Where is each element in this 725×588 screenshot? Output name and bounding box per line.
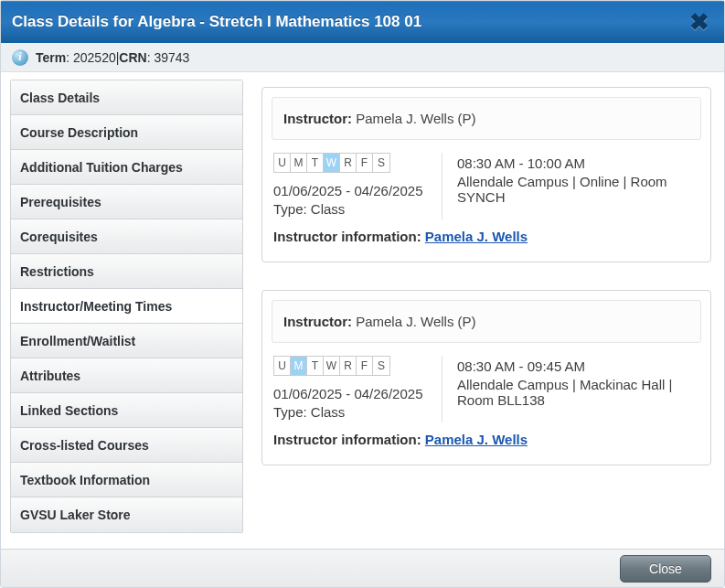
instructor-name: Pamela J. Wells (P) [352,314,476,329]
dialog-footer: Close [1,549,724,587]
crn-label: CRN [119,50,146,65]
time-range: 08:30 AM - 10:00 AM [457,155,699,171]
day-cell: U [274,154,291,172]
meeting-panel: Instructor: Pamela J. Wells (P)UMTWRFS01… [261,87,711,262]
meeting-left-col: UMTWRFS01/06/2025 - 04/26/2025Type: Clas… [273,153,427,219]
day-cell: F [357,357,373,375]
days-of-week: UMTWRFS [273,153,390,173]
meeting-body: UMTWRFS01/06/2025 - 04/26/2025Type: Clas… [262,140,710,262]
day-cell: R [340,357,357,375]
sidebar-item[interactable]: Restrictions [11,254,242,289]
sidebar-item[interactable]: Cross-listed Courses [11,428,242,463]
term-crn-bar: i Term: 202520 | CRN: 39743 [1,43,724,72]
meeting-type: Type: Class [273,404,427,420]
content-area: Instructor: Pamela J. Wells (P)UMTWRFS01… [261,80,715,549]
day-cell: F [357,154,373,172]
sidebar-item[interactable]: Enrollment/Waitlist [11,324,242,358]
titlebar: Class Details for Algebra - Stretch I Ma… [1,1,724,43]
class-details-dialog: Class Details for Algebra - Stretch I Ma… [0,0,725,588]
sidebar-item[interactable]: Prerequisites [11,185,242,219]
term-value: 202520 [73,50,116,65]
meeting-body: UMTWRFS01/06/2025 - 04/26/2025Type: Clas… [262,343,710,465]
day-cell: W [324,154,340,172]
sidebar-item[interactable]: Corequisites [11,219,242,254]
sidebar-item[interactable]: Additional Tuition Charges [11,150,242,185]
term-label: Term [36,50,66,65]
days-of-week: UMTWRFS [273,356,390,376]
sidebar: Class DetailsCourse DescriptionAdditiona… [10,80,243,533]
body-area: Class DetailsCourse DescriptionAdditiona… [1,72,724,549]
instructor-info-label: Instructor information: [273,229,425,244]
close-button[interactable]: Close [620,555,711,583]
day-cell: M [291,154,307,172]
meeting-right-col: 08:30 AM - 09:45 AMAllendale Campus | Ma… [442,356,699,422]
day-cell: S [373,154,389,172]
meeting-header: Instructor: Pamela J. Wells (P) [272,300,701,343]
location: Allendale Campus | Mackinac Hall | Room … [457,377,699,408]
close-icon[interactable]: ✖ [686,8,713,37]
sidebar-item[interactable]: Linked Sections [11,393,242,428]
day-cell: R [340,154,357,172]
day-cell: U [274,357,291,375]
sidebar-item[interactable]: Instructor/Meeting Times [11,289,242,324]
location: Allendale Campus | Online | Room SYNCH [457,174,699,205]
instructor-label: Instructor: [283,111,352,126]
instructor-information: Instructor information: Pamela J. Wells [273,432,699,447]
sidebar-item[interactable]: Attributes [11,358,242,393]
day-cell: W [324,357,340,375]
crn-value: 39743 [154,50,189,65]
day-cell: T [307,357,324,375]
instructor-information: Instructor information: Pamela J. Wells [273,229,699,244]
instructor-info-label: Instructor information: [273,432,425,447]
day-cell: T [307,154,324,172]
meeting-panel: Instructor: Pamela J. Wells (P)UMTWRFS01… [261,290,711,465]
instructor-name: Pamela J. Wells (P) [352,111,476,126]
date-range: 01/06/2025 - 04/26/2025 [273,183,427,198]
instructor-link[interactable]: Pamela J. Wells [425,432,528,447]
info-icon: i [12,49,28,66]
meeting-type: Type: Class [273,201,427,217]
dialog-title: Class Details for Algebra - Stretch I Ma… [12,13,421,31]
instructor-label: Instructor: [283,314,352,329]
meeting-left-col: UMTWRFS01/06/2025 - 04/26/2025Type: Clas… [273,356,427,422]
sidebar-item[interactable]: Textbook Information [11,463,242,497]
time-range: 08:30 AM - 09:45 AM [457,358,699,374]
meeting-header: Instructor: Pamela J. Wells (P) [272,97,701,140]
meeting-right-col: 08:30 AM - 10:00 AMAllendale Campus | On… [442,153,699,219]
day-cell: M [291,357,307,375]
sidebar-item[interactable]: GVSU Laker Store [11,497,242,532]
sidebar-item[interactable]: Course Description [11,115,242,150]
day-cell: S [373,357,389,375]
instructor-link[interactable]: Pamela J. Wells [425,229,528,244]
sidebar-item[interactable]: Class Details [11,80,242,115]
date-range: 01/06/2025 - 04/26/2025 [273,386,427,401]
